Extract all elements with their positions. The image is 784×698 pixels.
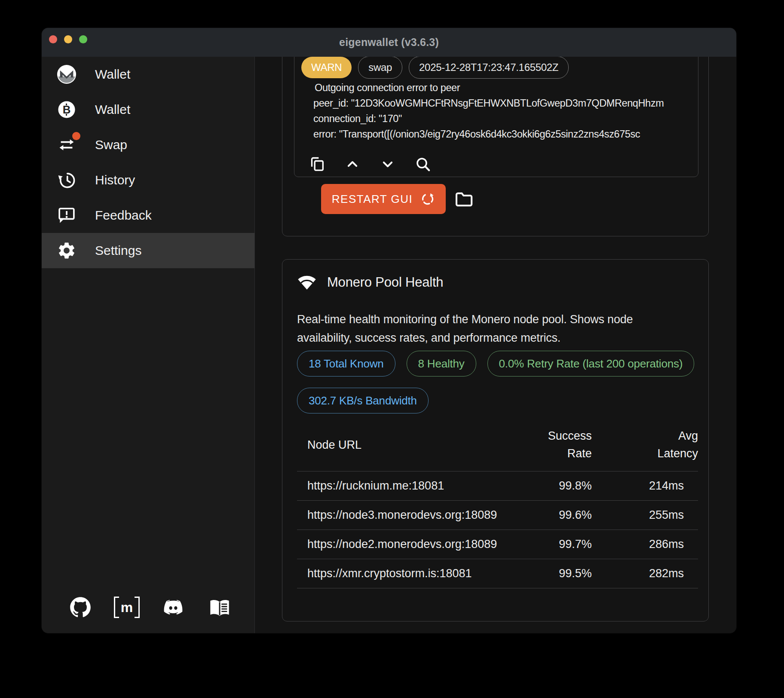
sidebar-item-swap[interactable]: Swap [42,127,254,162]
docs-icon[interactable] [208,596,231,618]
screenshot-stage: eigenwallet (v3.6.3) WalletBWalletSwapHi… [0,0,784,698]
log-line: connection_id: "170" [313,111,696,126]
pool-stat-chip: 8 Healthy [407,351,476,377]
monero-pool-health-card: Monero Pool Health Real-time health moni… [282,259,709,621]
sidebar-item-settings[interactable]: Settings [42,233,254,268]
minimize-button[interactable] [64,35,72,43]
swap-icon [56,135,77,155]
node-health-table: Node URLSuccess RateAvg Latency https://… [297,419,698,588]
avg-latency: 214ms [592,471,698,501]
table-header-row: Node URLSuccess RateAvg Latency [297,419,698,471]
avg-latency: 255ms [592,501,698,530]
log-chip-swap: swap [358,57,402,79]
restart-gui-button[interactable]: RESTART GUI [321,184,446,214]
sidebar-item-history[interactable]: History [42,162,254,198]
traffic-lights [49,35,87,43]
window-title: eigenwallet (v3.6.3) [339,36,439,49]
search-icon[interactable] [413,155,432,174]
folder-icon [453,189,474,210]
copy-icon[interactable] [308,155,327,174]
sidebar-item-label: Swap [95,138,127,152]
github-icon[interactable] [69,596,92,618]
titlebar: eigenwallet (v3.6.3) [42,28,736,57]
sidebar-item-label: Feedback [95,208,152,223]
log-chip-2025-12-28t1: 2025-12-28T17:23:47.165502Z [409,57,569,79]
success-rate: 99.7% [499,530,591,559]
table-row: https://rucknium.me:1808199.8%214ms [297,471,698,501]
app-window: eigenwallet (v3.6.3) WalletBWalletSwapHi… [41,28,737,634]
pool-stat-chip: 18 Total Known [297,351,395,377]
log-entry-chips: WARNswap2025-12-28T17:23:47.165502Z [301,57,569,79]
node-url: https://node2.monerodevs.org:18089 [297,530,499,559]
close-button[interactable] [49,35,57,43]
sidebar-item-feedback[interactable]: Feedback [42,198,254,233]
table-row: https://node2.monerodevs.org:1808999.7%2… [297,530,698,559]
log-line: Outgoing connection error to peer [315,80,696,95]
column-header: Success Rate [499,419,591,471]
sidebar-item-label: Wallet [95,67,130,82]
notification-badge [72,132,80,140]
sidebar-item-wallet[interactable]: BWallet [42,92,254,127]
log-viewer: WARNswap2025-12-28T17:23:47.165502Z Outg… [294,57,698,177]
log-line: error: "Transport([(/onion3/eig72ry46osk… [313,126,696,142]
settings-icon [56,240,77,261]
pool-stat-chip: 302.7 KB/s Bandwidth [297,388,429,413]
scroll-down-icon[interactable] [378,155,397,174]
zoom-button[interactable] [79,35,87,43]
pool-stat-chips-row1: 18 Total Known8 Healthy0.0% Retry Rate (… [297,351,694,377]
column-header: Avg Latency [592,419,698,471]
avg-latency: 286ms [592,530,698,559]
sidebar-footer: m [69,596,231,618]
column-header: Node URL [297,419,499,471]
avg-latency: 282ms [592,559,698,588]
success-rate: 99.6% [499,501,591,530]
refresh-icon [420,192,435,206]
sidebar-nav: WalletBWalletSwapHistoryFeedbackSettings [42,57,254,268]
history-icon [56,170,77,190]
matrix-icon[interactable]: m [116,596,138,618]
open-logs-folder-button[interactable] [453,189,474,210]
pool-health-description: Real-time health monitoring of the Moner… [297,310,675,347]
table-row: https://node3.monerodevs.org:1808999.6%2… [297,501,698,530]
node-url: https://xmr.cryptostorm.is:18081 [297,559,499,588]
pool-health-title: Monero Pool Health [327,275,443,290]
log-entry-text: Outgoing connection error to peerpeer_id… [313,80,696,142]
pool-stat-chip: 0.0% Retry Rate (last 200 operations) [487,351,695,377]
feedback-icon [56,205,77,226]
log-section-card: WARNswap2025-12-28T17:23:47.165502Z Outg… [282,57,709,236]
success-rate: 99.5% [499,559,591,588]
sidebar: WalletBWalletSwapHistoryFeedbackSettings… [42,57,255,633]
sidebar-item-label: Settings [95,243,141,258]
sidebar-item-label: History [95,173,135,187]
sidebar-item-label: Wallet [95,102,130,117]
node-url: https://rucknium.me:18081 [297,471,499,501]
bitcoin-icon: B [56,99,77,120]
discord-icon[interactable] [162,596,184,618]
node-url: https://node3.monerodevs.org:18089 [297,501,499,530]
restart-gui-label: RESTART GUI [332,193,413,206]
main-content: WARNswap2025-12-28T17:23:47.165502Z Outg… [255,57,736,633]
log-line: peer_id: "12D3KooWGMHCFtRNsgFtEHWXNBTLof… [313,95,696,111]
monero-icon [56,64,77,85]
pool-stat-chips-row2: 302.7 KB/s Bandwidth [297,388,429,413]
success-rate: 99.8% [499,471,591,501]
scroll-up-icon[interactable] [343,155,362,174]
log-chip-warn: WARN [301,57,352,78]
pool-health-header: Monero Pool Health [297,272,443,292]
table-row: https://xmr.cryptostorm.is:1808199.5%282… [297,559,698,588]
log-controls [308,155,432,174]
wifi-icon [297,272,317,292]
sidebar-item-wallet[interactable]: Wallet [42,57,254,92]
